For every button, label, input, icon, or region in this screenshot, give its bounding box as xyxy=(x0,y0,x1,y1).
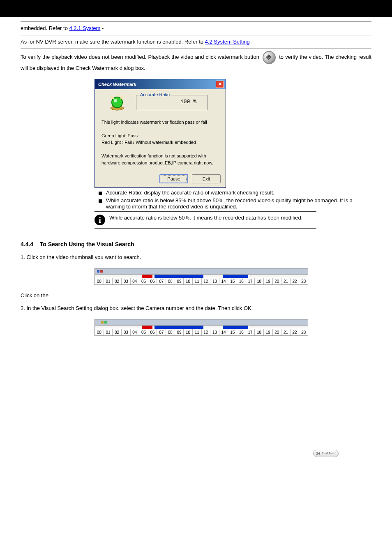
hour-cell[interactable]: 06 xyxy=(148,278,157,284)
hour-cell[interactable]: 06 xyxy=(148,329,157,335)
hour-cell[interactable]: 04 xyxy=(131,329,140,335)
hour-cell[interactable]: 18 xyxy=(255,278,264,284)
hour-cell[interactable]: 23 xyxy=(299,329,308,335)
exit-button[interactable]: Exit xyxy=(192,174,221,183)
hour-cell[interactable]: 12 xyxy=(202,278,211,284)
hour-cell[interactable]: 22 xyxy=(291,329,300,335)
hour-cell[interactable]: 08 xyxy=(166,278,175,284)
lamp-icon[interactable] xyxy=(97,269,103,273)
hour-cell[interactable]: 19 xyxy=(264,329,273,335)
hour-cell[interactable]: 17 xyxy=(246,329,255,335)
hour-cell[interactable]: 16 xyxy=(237,278,246,284)
hour-cell[interactable]: 15 xyxy=(228,329,237,335)
hour-cell[interactable]: 21 xyxy=(281,329,291,335)
timeline-1[interactable]: 0001020304050607080910111213141516171819… xyxy=(95,268,308,285)
svg-rect-7 xyxy=(316,452,318,455)
text: embedded. Refer to xyxy=(21,25,69,31)
find-next-button[interactable]: Find Next xyxy=(313,450,339,457)
hour-cell[interactable]: 10 xyxy=(184,329,193,335)
step-2: 2. In the Visual Search Setting dialog b… xyxy=(21,302,371,315)
para-2: As for NV DVR server, make sure the wate… xyxy=(21,35,371,49)
text: - xyxy=(102,25,104,31)
note-text: While accurate ratio is below 50%, it me… xyxy=(109,215,302,221)
timeline-2[interactable]: 0001020304050607080910111213141516171819… xyxy=(95,319,308,336)
pause-button[interactable]: Pause xyxy=(159,174,188,183)
hour-cell[interactable]: 19 xyxy=(264,278,273,284)
tl-desc-1: Click on the xyxy=(21,289,371,302)
step-1: 1. Click on the video thumbnail you want… xyxy=(21,251,371,264)
hour-cell[interactable]: 12 xyxy=(202,329,211,335)
hour-cell[interactable]: 17 xyxy=(246,278,255,284)
hour-cell[interactable]: 09 xyxy=(175,329,184,335)
hour-cell[interactable]: 07 xyxy=(157,329,166,335)
hour-cell[interactable]: 09 xyxy=(175,278,184,284)
hour-cell[interactable]: 02 xyxy=(113,329,122,335)
hour-cell[interactable]: 14 xyxy=(219,329,228,335)
close-icon[interactable]: ✕ xyxy=(216,81,224,88)
hour-labels: 0001020304050607080910111213141516171819… xyxy=(95,329,308,335)
find-next-row: Find Next xyxy=(21,447,371,460)
hour-labels: 0001020304050607080910111213141516171819… xyxy=(95,278,308,284)
section-number: 4.4.4 xyxy=(21,241,33,247)
step-num: 1. xyxy=(21,254,25,260)
hour-cell[interactable]: 13 xyxy=(210,329,219,335)
svg-point-2 xyxy=(114,99,117,102)
text: As for NV DVR server, make sure the wate… xyxy=(21,39,205,45)
svg-rect-3 xyxy=(97,270,99,273)
hour-cell[interactable]: 23 xyxy=(299,278,308,284)
watermark-icon[interactable] xyxy=(263,51,276,64)
hour-cell[interactable]: 10 xyxy=(184,278,193,284)
para-3: To verify the playback video does not be… xyxy=(21,49,371,75)
hour-cell[interactable]: 16 xyxy=(237,329,246,335)
hour-cell[interactable]: 22 xyxy=(291,278,300,284)
bullet-1: Accurate Ratio: display the accurate rat… xyxy=(21,190,371,196)
hour-cell[interactable]: 01 xyxy=(104,278,113,284)
step-text: Click on the video thumbnail you want to… xyxy=(26,254,141,260)
hour-cell[interactable]: 11 xyxy=(193,278,202,284)
bullet-2: While accurate ratio is below 85% but ab… xyxy=(21,197,371,210)
link-system[interactable]: 4.2.1 System xyxy=(69,25,101,31)
hour-cell[interactable]: 05 xyxy=(139,329,148,335)
svg-rect-6 xyxy=(104,321,107,324)
chapter-header xyxy=(0,0,392,7)
dialog-desc: This light indicates watermark verificat… xyxy=(100,119,221,166)
step-text: In the Visual Search Setting dialog box,… xyxy=(26,305,253,311)
hour-cell[interactable]: 11 xyxy=(193,329,202,335)
dialog-titlebar: Check Watermark ✕ xyxy=(95,79,226,89)
lamp-icon[interactable] xyxy=(101,320,107,324)
hour-cell[interactable]: 07 xyxy=(157,278,166,284)
hour-cell[interactable]: 21 xyxy=(281,278,291,284)
hour-cell[interactable]: 18 xyxy=(255,329,264,335)
hour-cell[interactable]: 01 xyxy=(104,329,113,335)
hour-cell[interactable]: 02 xyxy=(113,278,122,284)
hour-cell[interactable]: 04 xyxy=(131,278,140,284)
hour-cell[interactable]: 20 xyxy=(273,329,282,335)
hour-cell[interactable]: 00 xyxy=(95,329,104,335)
check-watermark-dialog: Check Watermark ✕ Accurate Ratio xyxy=(95,79,226,188)
accurate-ratio-group: Accurate Ratio 100 % xyxy=(136,95,208,110)
svg-rect-5 xyxy=(101,321,104,324)
hour-cell[interactable]: 20 xyxy=(273,278,282,284)
hour-cell[interactable]: 14 xyxy=(219,278,228,284)
hour-cell[interactable]: 08 xyxy=(166,329,175,335)
bullet-icon xyxy=(99,199,102,203)
hour-cell[interactable]: 05 xyxy=(139,278,148,284)
hour-cell[interactable]: 00 xyxy=(95,278,104,284)
hour-cell[interactable]: 03 xyxy=(122,278,131,284)
info-icon: i xyxy=(95,215,105,225)
hour-cell[interactable]: 15 xyxy=(228,278,237,284)
text: To verify the playback video does not be… xyxy=(21,54,259,60)
ratio-legend: Accurate Ratio xyxy=(139,92,171,97)
note-block: i While accurate ratio is below 50%, it … xyxy=(95,211,316,229)
status-lamp xyxy=(100,93,126,112)
step-num: 2. xyxy=(21,305,25,311)
text: . xyxy=(251,39,253,45)
hour-cell[interactable]: 03 xyxy=(122,329,131,335)
hour-cell[interactable]: 13 xyxy=(210,278,219,284)
link-system-setting[interactable]: 4.2 System Setting xyxy=(205,39,250,45)
ratio-value: 100 % xyxy=(143,99,201,105)
dialog-title: Check Watermark xyxy=(98,82,216,87)
bullet-icon xyxy=(99,192,102,195)
bullet-text: While accurate ratio is below 85% but ab… xyxy=(106,197,371,210)
para-1: embedded. Refer to 4.2.1 System - xyxy=(21,22,371,35)
